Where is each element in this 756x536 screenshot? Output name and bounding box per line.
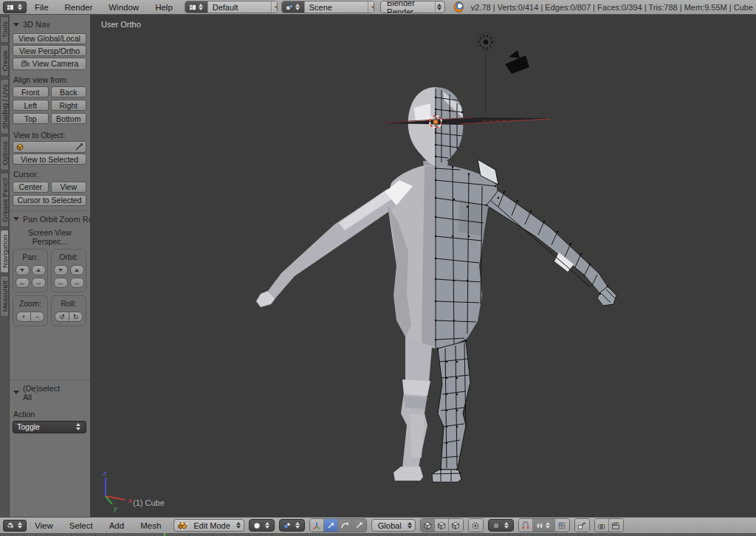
orbit-right-button[interactable]: →	[70, 278, 84, 288]
vertex-select-button[interactable]	[421, 519, 435, 532]
tab-grease-pencil[interactable]: Grease Pencil	[0, 173, 9, 227]
view-persp-ortho-button[interactable]: View Persp/Ortho	[13, 45, 86, 56]
pan-down-button[interactable]	[16, 265, 30, 275]
snap-magnet-button[interactable]	[519, 519, 533, 532]
editor-type-button-3dview[interactable]	[3, 520, 27, 532]
align-front-button[interactable]: Front	[13, 86, 49, 97]
proportional-edit-selector[interactable]	[488, 519, 514, 532]
editor-type-button-info[interactable]	[3, 1, 27, 13]
view-global-local-button[interactable]: View Global/Local	[13, 33, 86, 44]
roll-cw-button[interactable]: ↻	[69, 312, 83, 322]
zoom-in-button[interactable]: +	[16, 312, 30, 322]
orbit-down-button[interactable]	[54, 265, 68, 275]
view-camera-label: View Camera	[32, 58, 79, 69]
pivot-arrows-icon	[295, 522, 300, 529]
toolshelf-tabs: Tools Create Shading / UVs Options Greas…	[0, 15, 10, 517]
orientation-selector[interactable]: Global	[371, 519, 416, 532]
view-camera-button[interactable]: View Camera	[13, 58, 86, 70]
tab-tools[interactable]: Tools	[0, 16, 9, 43]
eyedropper-icon[interactable]	[75, 142, 83, 151]
screen-layout-add-button[interactable]: +	[272, 1, 278, 13]
menu-render[interactable]: Render	[57, 3, 101, 12]
align-bottom-button[interactable]: Bottom	[51, 113, 87, 124]
timeline-strip[interactable]	[0, 533, 756, 536]
pan-up-button[interactable]	[32, 265, 46, 275]
mode-selector[interactable]: Edit Mode	[173, 519, 244, 532]
face-select-button[interactable]	[449, 519, 463, 532]
align-top-button[interactable]: Top	[13, 113, 49, 124]
align-right-button[interactable]: Right	[51, 100, 87, 111]
rotate-manipulator-button[interactable]	[338, 519, 352, 532]
scene-add-button[interactable]: +	[368, 1, 374, 13]
down-arrow-icon	[58, 269, 63, 272]
tab-measureit[interactable]: MeasureIt	[0, 275, 9, 317]
viewport-shading-selector[interactable]	[249, 519, 275, 532]
axis-z-label: z	[103, 470, 107, 477]
viewport-canvas[interactable]: z x y User Ortho (1) Cube	[91, 15, 756, 517]
menu-view[interactable]: View	[27, 521, 61, 530]
tab-options[interactable]: Options	[0, 136, 9, 171]
menu-help[interactable]: Help	[147, 3, 181, 12]
view-to-selected-button[interactable]: View to Selected	[13, 154, 86, 165]
opengl-render-animation-button[interactable]	[609, 519, 623, 532]
pan-right-button[interactable]: →	[32, 278, 46, 288]
tab-navigation[interactable]: Navigation	[0, 230, 9, 273]
action-label: Action	[13, 410, 86, 419]
manipulator-toggle-button[interactable]	[310, 519, 324, 532]
axis-y-label: y	[113, 505, 118, 512]
blender-window: File Render Window Help Default + × Scen…	[0, 0, 756, 536]
orbit-left-button[interactable]: ←	[54, 278, 68, 288]
pivot-point-selector[interactable]	[279, 519, 305, 532]
action-dropdown[interactable]: Toggle	[13, 421, 86, 433]
cursor-center-button[interactable]: Center	[13, 182, 49, 193]
snap-element-button[interactable]	[533, 519, 555, 532]
shading-arrows-icon	[265, 522, 269, 529]
render-engine-selector[interactable]: Blender Render	[380, 1, 445, 13]
snap-grid-button[interactable]	[555, 519, 569, 532]
panel-title: (De)select All	[23, 384, 70, 402]
cursor-to-selected-button[interactable]: Cursor to Selected	[13, 195, 86, 206]
box-arrow-icon	[577, 521, 586, 530]
menu-file[interactable]: File	[27, 3, 57, 12]
menu-window[interactable]: Window	[100, 3, 147, 12]
cursor-view-button[interactable]: View	[51, 182, 87, 193]
scene-name-field[interactable]: Scene	[305, 1, 368, 13]
screen-layout-browse-button[interactable]	[185, 1, 208, 13]
automerge-button[interactable]	[575, 519, 589, 532]
panel-drag-dots-icon[interactable]: ····	[74, 389, 86, 396]
axis-x-label: x	[128, 497, 133, 504]
panel-header-pan-orbit[interactable]: Pan Orbit Zoom Roll ····	[13, 211, 86, 227]
edge-select-button[interactable]	[435, 519, 449, 532]
camera-object[interactable]	[505, 50, 529, 74]
roll-label: Roll:	[61, 299, 76, 308]
zoom-out-button[interactable]: −	[30, 312, 44, 322]
orbit-up-button[interactable]	[70, 265, 84, 275]
view-to-object-field[interactable]	[13, 141, 86, 153]
panel-drag-dots-icon[interactable]: ····	[74, 21, 86, 28]
menu-add[interactable]: Add	[101, 521, 132, 530]
pan-left-button[interactable]: ←	[16, 278, 30, 288]
3d-viewport[interactable]: z x y User Ortho (1) Cube	[91, 15, 756, 517]
screen-layout-name-field[interactable]: Default	[208, 1, 272, 13]
roll-ccw-button[interactable]: ↺	[55, 312, 69, 322]
panel-header-3d-nav[interactable]: 3D Nav ····	[13, 16, 86, 32]
scale-manipulator-button[interactable]	[352, 519, 366, 532]
translate-manipulator-button[interactable]	[324, 519, 338, 532]
human-model[interactable]	[256, 87, 616, 482]
screen-view-persp-label: Screen View Perspec...	[13, 228, 86, 246]
viewport-view-mode-label: User Ortho	[101, 20, 141, 29]
opengl-render-image-button[interactable]	[595, 519, 609, 532]
limit-selection-visible-button[interactable]	[469, 519, 483, 532]
active-object-label: (1) Cube	[133, 498, 165, 507]
tab-shading-uvs[interactable]: Shading / UVs	[0, 79, 9, 134]
menu-mesh[interactable]: Mesh	[132, 521, 169, 530]
timeline-playhead[interactable]	[164, 533, 165, 536]
tab-create[interactable]: Create	[0, 45, 9, 77]
scene-browse-button[interactable]	[282, 1, 305, 13]
panel-header-deselect-all[interactable]: (De)select All ····	[13, 380, 86, 405]
lamp-object[interactable]	[477, 33, 495, 114]
align-left-button[interactable]: Left	[13, 100, 49, 111]
align-back-button[interactable]: Back	[51, 86, 87, 97]
menu-select[interactable]: Select	[61, 521, 101, 530]
tool-shelf: 3D Nav ···· View Global/Local View Persp…	[10, 15, 91, 517]
